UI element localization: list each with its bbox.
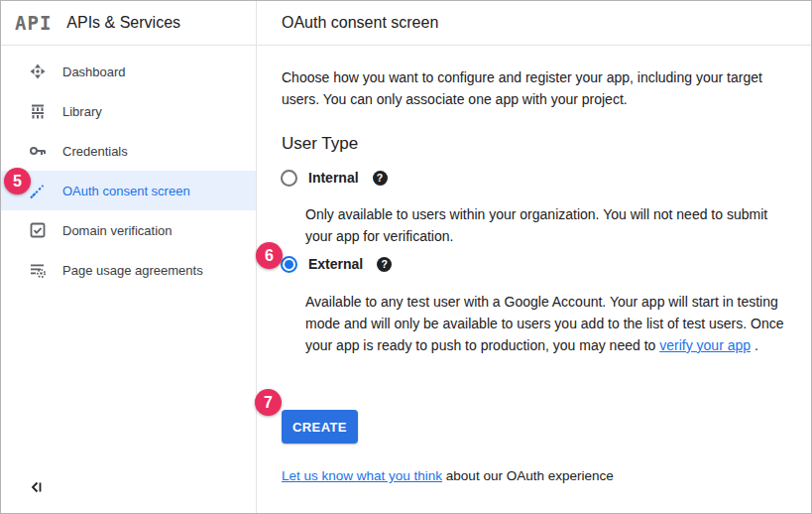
oauth-consent-icon	[29, 182, 47, 199]
page-usage-agreements-icon	[29, 261, 47, 279]
sidebar-nav: Dashboard Library	[1, 52, 256, 290]
sidebar-item-label: OAuth consent screen	[62, 184, 190, 198]
oauth-consent-page: API APIs & Services Dashboard	[0, 0, 812, 514]
annotation-badge-7: 7	[255, 389, 282, 416]
page-title: OAuth consent screen	[282, 14, 438, 32]
sidebar: API APIs & Services Dashboard	[1, 1, 257, 513]
sidebar-item-label: Library	[62, 104, 102, 119]
api-logo: API	[15, 12, 52, 34]
internal-option-label: Internal	[308, 170, 359, 186]
help-icon[interactable]: ?	[377, 257, 392, 272]
footer-note-text: about our OAuth experience	[442, 468, 614, 483]
app-title: APIs & Services	[66, 14, 180, 32]
internal-radio[interactable]	[281, 170, 297, 187]
help-icon[interactable]: ?	[373, 171, 388, 186]
verify-your-app-link[interactable]: verify your app	[659, 337, 751, 353]
sidebar-item-dashboard[interactable]: Dashboard	[1, 52, 256, 91]
user-type-heading: User Type	[282, 134, 358, 154]
annotation-badge-5: 5	[4, 168, 31, 194]
sidebar-item-domain-verification[interactable]: Domain verification	[1, 210, 256, 250]
external-description-tail: .	[751, 337, 758, 353]
sidebar-header: API APIs & Services	[1, 1, 256, 46]
external-option-description: Available to any test user with a Google…	[305, 291, 812, 356]
sidebar-item-library[interactable]: Library	[1, 91, 256, 131]
external-option-row: External ?	[281, 254, 392, 274]
library-icon	[29, 102, 47, 120]
sidebar-item-label: Credentials	[62, 144, 128, 159]
domain-verification-icon	[29, 221, 47, 239]
external-radio[interactable]	[281, 256, 297, 273]
sidebar-item-page-usage-agreements[interactable]: Page usage agreements	[1, 250, 256, 290]
key-icon	[29, 142, 47, 160]
sidebar-item-credentials[interactable]: Credentials	[1, 131, 256, 171]
sidebar-item-label: Domain verification	[62, 223, 173, 238]
create-button[interactable]: CREATE	[282, 410, 358, 444]
intro-text: Choose how you want to configure and reg…	[282, 66, 772, 110]
dashboard-icon	[29, 63, 47, 80]
sidebar-item-label: Page usage agreements	[62, 263, 203, 278]
internal-option-description: Only available to users within your orga…	[305, 203, 781, 247]
collapse-sidebar-icon[interactable]	[28, 479, 44, 495]
sidebar-item-label: Dashboard	[62, 64, 126, 79]
annotation-badge-6: 6	[256, 242, 283, 269]
internal-option-row: Internal ?	[281, 168, 388, 188]
sidebar-item-oauth-consent-screen[interactable]: OAuth consent screen	[1, 171, 256, 210]
external-option-label: External	[308, 256, 363, 272]
feedback-link[interactable]: Let us know what you think	[282, 468, 442, 483]
page-header: OAuth consent screen	[257, 1, 811, 46]
footer-note: Let us know what you think about our OAu…	[282, 468, 614, 483]
